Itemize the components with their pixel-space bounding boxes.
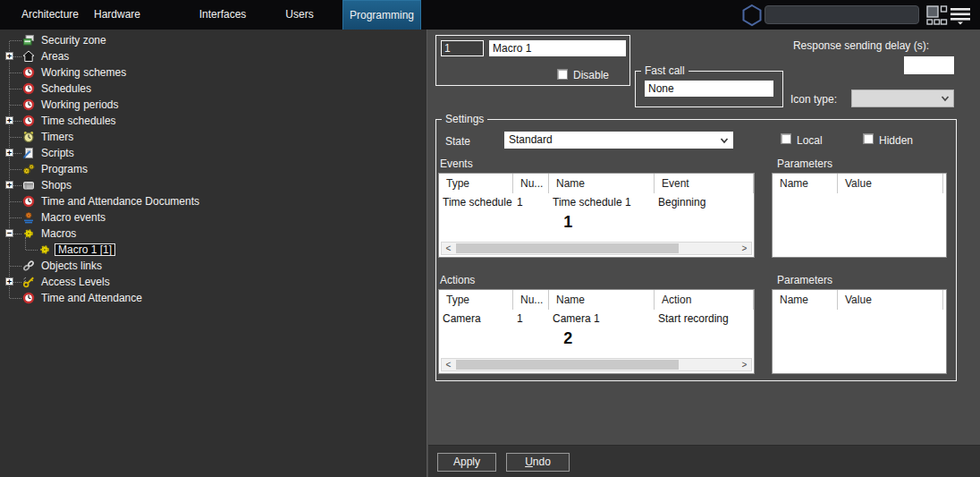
tree-item-working-schemes[interactable]: Working schemes (0, 64, 427, 81)
tree-item-working-periods[interactable]: Working periods (0, 97, 427, 113)
column-header[interactable]: Nu... (513, 174, 549, 193)
tree-item-time-and-attendance[interactable]: Time and Attendance (0, 290, 427, 306)
hexagon-logo-icon (740, 4, 764, 27)
actions-parameters-table[interactable]: NameValue (772, 289, 947, 374)
tree-item-label: Areas (38, 50, 72, 63)
state-dropdown[interactable]: Standard (504, 132, 733, 149)
scroll-right-icon[interactable]: > (738, 243, 751, 254)
fast-call-groupbox: Fast call (635, 71, 783, 107)
expand-icon[interactable]: + (5, 181, 13, 189)
tree-item-security-zone[interactable]: Security zone (0, 32, 427, 48)
disable-checkbox[interactable] (557, 69, 568, 80)
column-header[interactable]: Action (655, 290, 754, 310)
column-header[interactable]: Value (838, 290, 943, 310)
horizontal-scrollbar[interactable]: < > (441, 242, 752, 255)
expand-icon[interactable]: + (5, 52, 13, 60)
tree-item-macro-1-1[interactable]: Macro 1 [1] (0, 242, 427, 258)
hamburger-menu-icon[interactable] (950, 7, 971, 25)
column-header[interactable]: Nu... (513, 290, 549, 310)
expand-icon[interactable]: + (5, 277, 13, 285)
column-header[interactable]: Name (773, 290, 838, 310)
icon-type-label: Icon type: (790, 93, 837, 106)
column-header[interactable]: Type (439, 290, 513, 310)
events-parameters-table[interactable]: NameValue (772, 173, 947, 258)
step-annotation: 1 (439, 213, 697, 232)
column-header[interactable]: Event (655, 174, 754, 193)
tree-item-scripts[interactable]: +Scripts (0, 145, 427, 161)
fast-call-title: Fast call (641, 64, 689, 77)
red-clock-icon (22, 82, 35, 95)
tree-item-programs[interactable]: Programs (0, 161, 427, 177)
macro-number-field[interactable] (441, 40, 484, 56)
table-cell: Start recording (655, 310, 754, 328)
local-checkbox[interactable] (781, 133, 791, 144)
settings-title: Settings (442, 113, 487, 125)
macro-name-field[interactable] (489, 40, 626, 56)
column-header[interactable]: Value (838, 174, 943, 193)
apply-button[interactable]: Apply (437, 453, 496, 472)
tab-interfaces[interactable]: Interfaces (183, 0, 262, 30)
gears-icon (22, 163, 35, 175)
scrollbar-thumb[interactable] (456, 243, 679, 253)
scroll-left-icon[interactable]: < (442, 243, 455, 254)
macro-editor-panel: Disable Fast call Response sending delay… (428, 30, 980, 445)
table-cell: 1 (513, 310, 549, 328)
hidden-checkbox-label: Hidden (879, 134, 913, 147)
icon-type-dropdown[interactable] (851, 89, 954, 107)
horizontal-scrollbar[interactable]: < > (441, 358, 752, 371)
grid-layout-icon[interactable] (926, 5, 948, 25)
local-checkbox-label: Local (797, 134, 823, 147)
column-header[interactable]: Name (773, 174, 838, 193)
tree-item-shops[interactable]: +Shops (0, 177, 427, 193)
expand-icon[interactable]: + (5, 116, 13, 124)
chevron-down-icon (720, 136, 729, 145)
column-header[interactable]: Name (549, 290, 655, 310)
table-header: NameValue (773, 290, 946, 310)
tree-item-schedules[interactable]: Schedules (0, 81, 427, 97)
key-icon (22, 276, 35, 288)
table-row[interactable]: Camera1Camera 1Start recording (439, 310, 754, 328)
column-header[interactable]: Name (549, 174, 655, 193)
tab-hardware[interactable]: Hardware (78, 0, 156, 30)
tree-item-objects-links[interactable]: Objects links (0, 258, 427, 274)
fast-call-field[interactable] (645, 81, 773, 97)
navigation-tree: Security zone+AreasWorking schemesSchedu… (0, 30, 427, 477)
red-clock-icon (22, 292, 35, 304)
scrollbar-thumb[interactable] (456, 360, 679, 370)
tree-item-areas[interactable]: +Areas (0, 48, 427, 64)
top-navigation-bar: ArchitectureHardwareInterfacesUsersProgr… (0, 0, 980, 30)
chevron-down-icon (941, 94, 950, 103)
scroll-right-icon[interactable]: > (738, 359, 751, 371)
actions-label: Actions (440, 274, 475, 286)
response-delay-field[interactable] (904, 56, 954, 74)
tree-item-macro-events[interactable]: Macro events (0, 209, 427, 226)
red-clock-icon (22, 66, 35, 79)
red-clock-icon (22, 98, 35, 111)
hidden-checkbox[interactable] (863, 133, 874, 144)
tree-item-label: Access Levels (38, 276, 113, 288)
tab-users[interactable]: Users (260, 0, 339, 30)
search-input[interactable] (765, 5, 919, 24)
table-cell: Time schedule 1 (549, 193, 655, 211)
table-row[interactable]: Time schedule1Time schedule 1Beginning (439, 193, 754, 211)
state-label: State (445, 135, 470, 148)
chain-icon (22, 260, 35, 272)
macro-identity-groupbox: Disable (435, 35, 630, 86)
scroll-left-icon[interactable]: < (442, 359, 455, 371)
table-cell: Time schedule (439, 193, 513, 211)
table-cell: Camera (439, 310, 513, 328)
tree-item-access-levels[interactable]: +Access Levels (0, 274, 427, 290)
table-header: TypeNu...NameEvent (439, 174, 754, 193)
tree-item-time-schedules[interactable]: +Time schedules (0, 113, 427, 129)
tab-programming[interactable]: Programming (342, 0, 421, 30)
column-header[interactable]: Type (439, 174, 513, 193)
actions-table[interactable]: TypeNu...NameActionCamera1Camera 1Start … (438, 289, 755, 374)
collapse-icon[interactable]: − (5, 229, 13, 237)
undo-button[interactable]: Undo (506, 453, 570, 472)
events-table[interactable]: TypeNu...NameEventTime schedule1Time sch… (438, 173, 755, 258)
tree-item-macros[interactable]: −Macros (0, 226, 427, 242)
tree-item-time-and-attendance-documents[interactable]: Time and Attendance Documents (0, 193, 427, 209)
tree-item-timers[interactable]: Timers (0, 129, 427, 145)
expand-icon[interactable]: + (5, 149, 13, 157)
tree-item-label: Schedules (38, 82, 94, 95)
